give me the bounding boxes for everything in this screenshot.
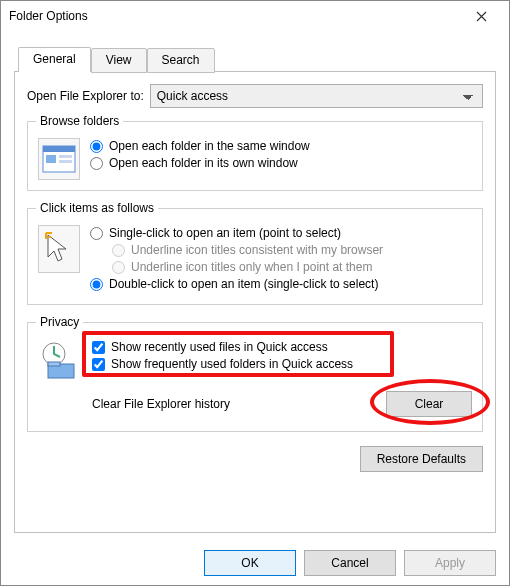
tab-panel-general: Open File Explorer to: Quick access Brow… <box>14 71 496 533</box>
window-icon <box>42 145 76 173</box>
privacy-icon <box>38 339 82 383</box>
single-click-label: Single-click to open an item (point to s… <box>109 226 341 240</box>
browse-own-window-label: Open each folder in its own window <box>109 156 298 170</box>
tab-search[interactable]: Search <box>147 48 215 73</box>
browse-same-window-input[interactable] <box>90 140 103 153</box>
show-frequent-folders-input[interactable] <box>92 358 105 371</box>
clock-folder-icon <box>38 340 82 382</box>
browse-same-window-label: Open each folder in the same window <box>109 139 310 153</box>
cursor-icon <box>44 231 74 267</box>
browse-folders-legend: Browse folders <box>36 114 123 128</box>
show-frequent-folders-check[interactable]: Show frequently used folders in Quick ac… <box>92 357 472 371</box>
open-explorer-label: Open File Explorer to: <box>27 89 144 103</box>
double-click-label: Double-click to open an item (single-cli… <box>109 277 378 291</box>
double-click-radio[interactable]: Double-click to open an item (single-cli… <box>90 277 472 291</box>
titlebar: Folder Options <box>1 1 509 31</box>
click-items-legend: Click items as follows <box>36 201 158 215</box>
underline-point-input <box>112 261 125 274</box>
window-title: Folder Options <box>9 9 461 23</box>
browse-folders-group: Browse folders <box>27 114 483 191</box>
open-explorer-row: Open File Explorer to: Quick access <box>27 84 483 108</box>
folder-options-dialog: Folder Options General View Search Open … <box>0 0 510 586</box>
svg-marker-5 <box>48 235 66 261</box>
show-recent-files-input[interactable] <box>92 341 105 354</box>
single-click-radio[interactable]: Single-click to open an item (point to s… <box>90 226 472 240</box>
privacy-group: Privacy Show recently used fil <box>27 315 483 432</box>
clear-history-label: Clear File Explorer history <box>92 397 386 411</box>
svg-rect-1 <box>43 146 75 152</box>
underline-point-radio: Underline icon titles only when I point … <box>112 260 472 274</box>
svg-rect-3 <box>59 155 72 158</box>
svg-point-6 <box>49 236 51 238</box>
show-recent-files-check[interactable]: Show recently used files in Quick access <box>92 340 472 354</box>
privacy-legend: Privacy <box>36 315 83 329</box>
underline-consistent-radio: Underline icon titles consistent with my… <box>112 243 472 257</box>
content-area: General View Search Open File Explorer t… <box>1 31 509 541</box>
clear-button[interactable]: Clear <box>386 391 472 417</box>
browse-folders-icon <box>38 138 80 180</box>
svg-rect-4 <box>59 160 72 163</box>
ok-button[interactable]: OK <box>204 550 296 576</box>
svg-rect-9 <box>48 362 60 366</box>
browse-own-window-radio[interactable]: Open each folder in its own window <box>90 156 472 170</box>
double-click-input[interactable] <box>90 278 103 291</box>
restore-defaults-row: Restore Defaults <box>27 446 483 472</box>
click-items-icon <box>38 225 80 273</box>
restore-defaults-button[interactable]: Restore Defaults <box>360 446 483 472</box>
show-recent-files-label: Show recently used files in Quick access <box>111 340 328 354</box>
browse-same-window-radio[interactable]: Open each folder in the same window <box>90 139 472 153</box>
close-icon <box>476 11 487 22</box>
single-click-input[interactable] <box>90 227 103 240</box>
underline-consistent-input <box>112 244 125 257</box>
tab-view[interactable]: View <box>91 48 147 73</box>
svg-rect-2 <box>46 155 56 163</box>
close-button[interactable] <box>461 2 501 30</box>
underline-consistent-label: Underline icon titles consistent with my… <box>131 243 383 257</box>
clear-history-row: Clear File Explorer history Clear <box>92 391 472 417</box>
click-items-group: Click items as follows Single-click to o… <box>27 201 483 305</box>
cancel-button[interactable]: Cancel <box>304 550 396 576</box>
browse-own-window-input[interactable] <box>90 157 103 170</box>
underline-point-label: Underline icon titles only when I point … <box>131 260 372 274</box>
dialog-buttons: OK Cancel Apply <box>1 541 509 585</box>
tab-general[interactable]: General <box>18 47 91 72</box>
apply-button[interactable]: Apply <box>404 550 496 576</box>
open-explorer-combo[interactable]: Quick access <box>150 84 483 108</box>
tab-strip: General View Search <box>18 47 215 72</box>
show-frequent-folders-label: Show frequently used folders in Quick ac… <box>111 357 353 371</box>
